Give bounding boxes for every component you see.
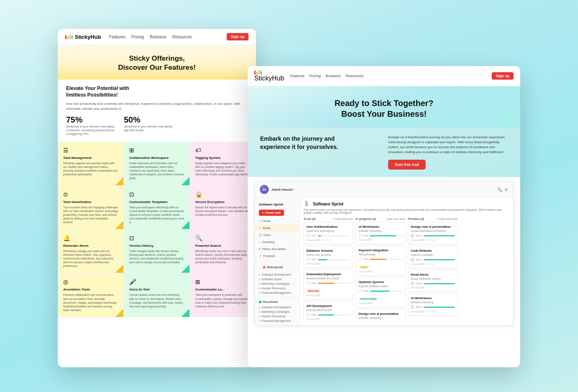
right-nav-business[interactable]: Business: [326, 74, 341, 78]
right-nav-resources[interactable]: Resources: [346, 74, 364, 78]
progress-label: 10/10: [416, 258, 422, 261]
sprint-nav-incoming[interactable]: ↓ Incoming: [255, 239, 300, 246]
workspace-item-hr2[interactable]: Human Resources: [255, 314, 300, 319]
card-progress: 10/10: [411, 234, 455, 237]
progress-label: 10/10: [416, 282, 422, 285]
card-date: 24 Aug 2025: [306, 239, 320, 241]
inprogress-add-task[interactable]: Add new task: [387, 217, 405, 220]
workspace-item-sd2[interactable]: Software Development: [255, 305, 300, 309]
table-row: Automated Deployment Develop deployment …: [303, 269, 353, 300]
card-title: UI Wireframes: [411, 296, 455, 300]
sprint-nav-filters[interactable]: # Filters and labels: [255, 246, 300, 253]
card-subtitle: Implement login/signup.: [306, 229, 351, 232]
progress-circle: [411, 234, 414, 237]
right-cta-heading: Embark on the journey and experience it …: [260, 135, 380, 156]
workspace-item-finance[interactable]: Financial Management: [255, 290, 300, 295]
feature-desc: Ensure the highest level of security wit…: [195, 205, 251, 217]
card-date: 26 Aug 2025: [411, 310, 425, 313]
workspace-item-mk2[interactable]: Marketing Campaigns: [255, 309, 300, 314]
workspace-item-dot: [259, 279, 261, 280]
feature-customizable-templates: ⊡ Customizable Templates Tailor your wor…: [124, 186, 190, 229]
table-row: Design new si presentation Create dashbo…: [408, 222, 458, 244]
finished-column: Finished (4) + Add new task Design new s…: [408, 217, 458, 321]
nav-resources[interactable]: Resources: [172, 35, 192, 39]
right-nav-pricing[interactable]: Pricing: [310, 74, 321, 78]
sprint-settings-icon[interactable]: ⚙: [505, 187, 508, 192]
progress-bar-wrap: [424, 235, 455, 236]
sprint-name: Software Sprint: [313, 202, 343, 206]
workspace-item-software-sprint[interactable]: Software Sprint: [255, 277, 300, 281]
right-cta-body: Embark on a transformative journey as yo…: [388, 135, 508, 170]
right-signup-button[interactable]: Sign up: [492, 72, 514, 80]
sprint-create-task-button[interactable]: + Create task: [259, 210, 284, 216]
workspace-item-dot: [259, 292, 261, 294]
right-screenshot-card: StickyHub Features Pricing Business Reso…: [248, 66, 520, 367]
card-date: 24 Aug 2025: [359, 239, 373, 241]
feature-desc: Tailor your workspace effortlessly with …: [129, 205, 185, 224]
progress-circle: [306, 313, 310, 316]
finished-column-header: Finished (4) + Add new task: [408, 217, 458, 220]
feature-title: Version History: [129, 244, 185, 248]
card-title: Design new ai presentation: [359, 312, 403, 316]
nav-business[interactable]: Business: [150, 35, 167, 39]
todo-column-header: To do (4) + Add new task: [303, 217, 353, 220]
feature-voice-to-text: 🎤 Voice-to-Text Convert spoken words int…: [124, 273, 190, 317]
sprint-nav-today[interactable]: ○ Today: [255, 224, 300, 231]
workspace-dot: [263, 266, 265, 269]
left-signup-button[interactable]: Sign up: [227, 33, 249, 40]
card-progress: 6/10: [359, 289, 403, 293]
card-tag-row: Always budget: [359, 294, 403, 301]
workspace-item-marketing[interactable]: Marketing Campaigns: [255, 281, 300, 286]
finished-add-task[interactable]: + Add new task: [437, 217, 458, 220]
progress-bar-fill: [424, 283, 455, 284]
table-row: Email Alerts Setup notification system. …: [408, 270, 458, 292]
card-meta: 26 Aug 2025: [411, 286, 455, 289]
card-progress: 5/10: [306, 313, 351, 316]
workspace-item-hr[interactable]: Human Resources: [255, 286, 300, 290]
task-management-icon: ☰: [63, 147, 118, 153]
sprint-nav-finished[interactable]: ✓ Finished: [255, 253, 300, 260]
workspace-item-fm2[interactable]: Financial Management: [255, 319, 300, 323]
right-nav-features[interactable]: Features: [290, 74, 305, 78]
feature-desc: Turn mundane tasks into engaging challen…: [63, 205, 118, 224]
sprint-search-icon[interactable]: 🔍: [497, 187, 502, 192]
right-logo-icon: [254, 70, 284, 75]
workspace-item-dot: [259, 288, 261, 289]
card-progress: 8/10: [359, 234, 403, 237]
card-meta: 14 Aug 2025 ◇ 7 ✎ 2: [411, 262, 455, 265]
card-title: Email Alerts: [411, 273, 455, 276]
nav-pricing[interactable]: Pricing: [131, 35, 144, 39]
card-subtitle: Improve database speed.: [359, 285, 403, 288]
card-title: Design new si presentation: [411, 225, 455, 229]
table-row: Design new ai presentation Dribbble mark…: [356, 309, 406, 321]
todo-add-task[interactable]: + Add new task: [332, 217, 353, 220]
progress-bar-fill: [318, 283, 334, 284]
feature-desc: Efficiently organize and prioritize task…: [63, 161, 118, 176]
start-free-trial-button[interactable]: Start free trial: [388, 160, 426, 170]
sprint-nav-home[interactable]: ⌂ Home: [255, 217, 300, 224]
right-logo-text: StickyHub: [254, 75, 284, 82]
card-tag-row: Urgent: [359, 262, 403, 269]
reminder-alerts-icon: 🔔: [63, 235, 118, 241]
table-row: Optimize Queries Improve database speed.…: [356, 277, 406, 307]
card-icon-count: ◇ 7 ✎ 1: [322, 239, 331, 241]
card-subtitle: Dribbble marketing.: [359, 316, 403, 319]
secure-encryption-icon: 🔒: [195, 191, 251, 198]
feature-title: Task Management: [63, 156, 118, 160]
right-logo: StickyHub: [254, 70, 284, 82]
feature-reminder-alerts: 🔔 Reminder Alerts Effortlessly manage yo…: [58, 229, 124, 273]
table-row: User Auhthentication Implement login/sig…: [303, 222, 353, 244]
task-gamification-icon: ⊙: [63, 191, 118, 198]
need-help-tag: Need help: [306, 289, 320, 293]
feature-title: Voice-to-Text: [129, 288, 185, 291]
card-title: User Auhthentication: [306, 225, 351, 229]
feature-desc: Enhance collaboration and communication …: [63, 293, 118, 312]
nav-features[interactable]: Features: [109, 35, 126, 39]
stats-row: 75% StickyHub is your ultimate note-taki…: [66, 115, 248, 136]
card-subtitle: Dribbble marketing.: [411, 301, 455, 304]
sidebar-divider-2: [255, 297, 300, 297]
sprint-nav-inbox[interactable]: ◻ Inbox: [255, 231, 300, 239]
progress-bar-fill: [424, 235, 455, 236]
progress-circle: [411, 258, 414, 261]
workspace-item-software-dev[interactable]: Software Development: [255, 272, 300, 277]
